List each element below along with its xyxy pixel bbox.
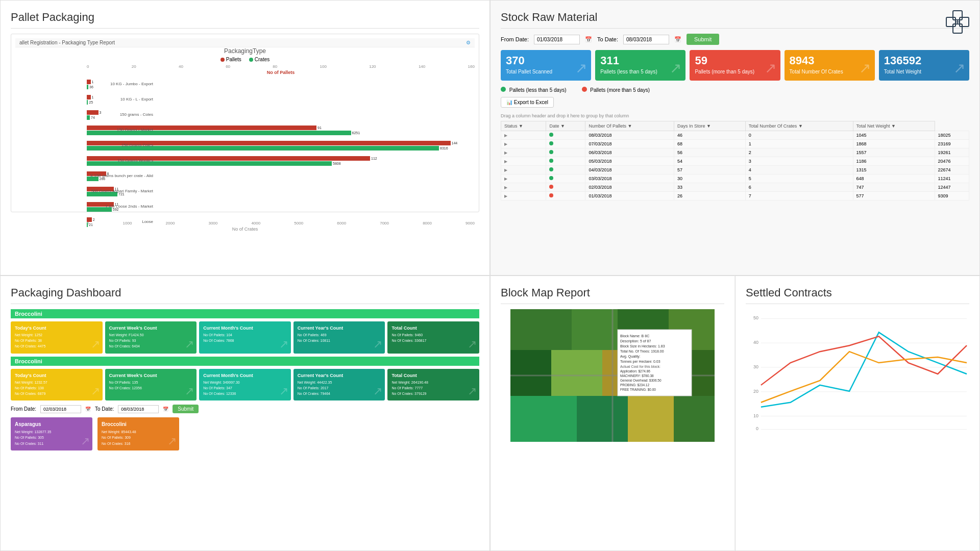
th-date[interactable]: Date ▼ xyxy=(546,121,585,131)
top-axis-label: No of Pallets xyxy=(15,70,475,75)
to-date-input[interactable] xyxy=(623,35,669,44)
td-crates: 1557 xyxy=(853,148,935,157)
td-expand: ▶ xyxy=(501,192,546,201)
th-status: Status ▼ xyxy=(501,121,546,131)
kpi-net-weight: 136592 Total Net Weight ↗ xyxy=(879,50,969,81)
svg-text:0: 0 xyxy=(756,426,758,431)
kpi-pallets-more5-value: 59 xyxy=(695,55,775,66)
legend-red-label: Pallets (more than 5 days) xyxy=(590,87,650,93)
td-days: 6 xyxy=(745,183,853,192)
td-status xyxy=(546,183,585,192)
td-crates: 747 xyxy=(853,183,935,192)
svg-text:PROBING: $234.12: PROBING: $234.12 xyxy=(620,383,649,387)
status-dot xyxy=(549,159,553,163)
bar-chart: 10 KG - Jumbo - Export 1 36 10 KG - L - xyxy=(15,77,475,220)
svg-text:Description: 5 of 87: Description: 5 of 87 xyxy=(620,339,651,343)
kpi-pallets-less5-label: Pallets (less than 5 days) xyxy=(600,68,680,75)
calendar-icon-from[interactable]: 📅 xyxy=(585,36,592,43)
svg-text:Actual Cost for this block:: Actual Cost for this block: xyxy=(620,365,660,368)
crop-cards-row: Asparagus Net Weight: 132877.35No Of Pal… xyxy=(11,417,479,450)
table-header-row: Status ▼ Date ▼ Number Of Pallets ▼ Days… xyxy=(501,121,969,131)
svg-text:Mar: Mar xyxy=(816,431,824,432)
kpi-net-weight-label: Total Net Weight xyxy=(884,68,964,75)
pkg-arrow-2: ↗ xyxy=(185,338,194,351)
pkg-card-data-year-2: Net Weight: 44422.35No Of Pallets: 2017N… xyxy=(298,380,381,397)
status-dot xyxy=(549,133,553,137)
svg-text:FREE TRAINING: $0.00: FREE TRAINING: $0.00 xyxy=(620,388,656,391)
td-date: 08/03/2018 xyxy=(585,131,674,140)
svg-text:Apr: Apr xyxy=(846,431,853,432)
pkg-card-data-week-2: No Of Pallets: 135No Of Crates: 12356 xyxy=(109,380,193,391)
kpi-pallets-more5-label: Pallets (more than 5 days) xyxy=(695,68,775,75)
pkg-from-input[interactable] xyxy=(40,405,81,413)
stock-legend: Pallets (less than 5 days) Pallets (more… xyxy=(501,87,969,93)
pkg-cal-to[interactable]: 📅 xyxy=(163,407,168,412)
table-row: ▶ 06/03/2018 56 2 1557 19261 xyxy=(501,148,969,157)
pkg-arrow-1: ↗ xyxy=(91,338,100,351)
pkg-arrow-8: ↗ xyxy=(279,385,288,398)
td-date: 06/03/2018 xyxy=(585,148,674,157)
pallets-legend-dot xyxy=(220,58,225,62)
td-days: 7 xyxy=(745,192,853,201)
svg-rect-16 xyxy=(510,396,577,442)
pkg-arrow-7: ↗ xyxy=(185,385,194,398)
svg-text:Aug: Aug xyxy=(963,431,969,432)
chart-settings-icon[interactable]: ⚙ xyxy=(466,40,471,45)
pkg-to-input[interactable] xyxy=(118,405,159,413)
td-pallets: 46 xyxy=(674,131,745,140)
asparagus-data: Net Weight: 132877.35No Of Pallets: 305N… xyxy=(15,429,88,446)
td-days: 5 xyxy=(745,174,853,183)
td-date: 01/03/2018 xyxy=(585,192,674,201)
bar-row-4: 150 Grams - Market 91 6251 xyxy=(87,123,470,137)
td-weight: 20476 xyxy=(935,157,969,166)
from-date-input[interactable] xyxy=(534,35,580,44)
th-weight[interactable]: Total Net Weight ▼ xyxy=(853,121,935,131)
pkg-cal-from[interactable]: 📅 xyxy=(85,407,91,412)
pallet-packaging-panel: Pallet Packaging allet Registration - Pa… xyxy=(0,0,490,276)
bottom-right-split: Block Map Report xyxy=(490,276,980,551)
pkg-card-data-month-1: No Of Pallets: 104No Of Crates: 7868 xyxy=(203,332,287,343)
section1-label: Broccolini xyxy=(11,309,479,318)
bar-row-10: Loose 2 21 xyxy=(87,215,470,229)
pkg-card-title-today-1: Today's Count xyxy=(15,325,99,331)
kpi-arrow-2: ↗ xyxy=(670,60,681,77)
td-pallets: 57 xyxy=(674,166,745,174)
td-expand: ▶ xyxy=(501,174,546,183)
packaging-date-row: From Date: 📅 To Date: 📅 Submit xyxy=(11,405,479,413)
pkg-submit-button[interactable]: Submit xyxy=(173,405,199,413)
td-weight: 9309 xyxy=(935,192,969,201)
td-expand: ▶ xyxy=(501,140,546,148)
export-excel-button[interactable]: 📊 Export to Excel xyxy=(501,97,554,108)
crates-legend-dot xyxy=(249,58,253,62)
pkg-card-title-week-2: Current Week's Count xyxy=(109,373,193,378)
legend-red-dot: Pallets (more than 5 days) xyxy=(582,87,650,93)
td-pallets: 68 xyxy=(674,140,745,148)
th-crates[interactable]: Total Number Of Crates ▼ xyxy=(745,121,853,131)
status-dot xyxy=(549,176,553,180)
svg-rect-3 xyxy=(953,24,962,33)
bar-row-7: X 150 grams bunch per crate - Alid 8 266 xyxy=(87,169,470,183)
bar-row-6: 150 Grams Woolies 112 5808 xyxy=(87,154,470,168)
th-pallets[interactable]: Number Of Pallets ▼ xyxy=(585,121,674,131)
td-status xyxy=(546,140,585,148)
td-pallets: 54 xyxy=(674,157,745,166)
submit-button[interactable]: Submit xyxy=(687,34,719,45)
calendar-icon-to[interactable]: 📅 xyxy=(674,36,681,43)
td-crates: 1186 xyxy=(853,157,935,166)
bar-label-10: Loose xyxy=(87,219,156,224)
pallet-packaging-title: Pallet Packaging xyxy=(11,11,479,29)
block-map-panel: Block Map Report xyxy=(490,276,735,551)
pkg-card-title-today-2: Today's Count xyxy=(15,373,99,378)
bar-label-3: 150 grams - Coles xyxy=(87,112,156,117)
th-days[interactable]: Days In Store ▼ xyxy=(674,121,745,131)
pkg-card-data-week-1: Net Weight: F1424.50No Of Pallets: 93No … xyxy=(109,332,193,349)
td-date: 02/03/2018 xyxy=(585,183,674,192)
pkg-card-data-total-2: Net Weight: 264190.48No Of Pallets: 7777… xyxy=(391,380,475,397)
td-status xyxy=(546,157,585,166)
svg-rect-7 xyxy=(510,309,572,350)
pkg-arrow-3: ↗ xyxy=(279,338,288,351)
stock-title: Stock Raw Material xyxy=(501,11,969,29)
status-dot xyxy=(549,141,553,145)
export-icon: 📊 xyxy=(506,99,512,105)
td-date: 07/03/2018 xyxy=(585,140,674,148)
